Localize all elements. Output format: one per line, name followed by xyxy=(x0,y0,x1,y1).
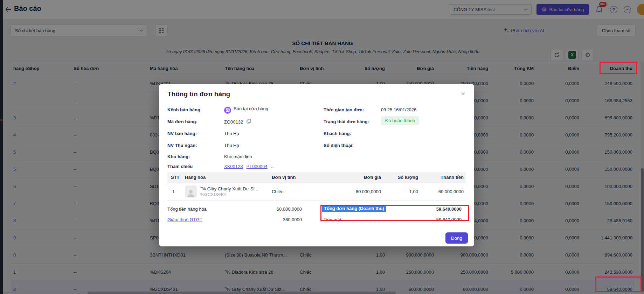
cashier-value: Thu Hạ xyxy=(224,143,239,148)
order-code-label: Mã đơn hàng: xyxy=(167,119,198,124)
item-sku: %GCXDS401 xyxy=(200,192,258,197)
customer-label: Khách hàng: xyxy=(324,131,351,136)
salesperson-label: NV bán hàng: xyxy=(167,131,197,136)
order-status-badge: Đã hoàn thành xyxy=(381,116,419,125)
warehouse-value: Kho mặc định xyxy=(224,154,252,159)
vat-discount-value: 360,0000 xyxy=(247,217,302,222)
reference-link[interactable]: XK00123 xyxy=(224,164,243,169)
item-qty: 1,00 xyxy=(383,189,420,194)
order-items-table: STT Hàng hóa Đơn vị tính Đơn giá Số lượn… xyxy=(167,172,466,201)
order-code-value: ZO00132 xyxy=(224,119,251,125)
item-total: 60.000,0000 xyxy=(420,189,466,194)
item-name: ˜% Giày Charly Xuất Dư Si... xyxy=(200,186,258,191)
item-price: 60.000,0000 xyxy=(328,189,383,194)
reference-links: XK00123PT000064... xyxy=(224,164,278,169)
salesperson-value: Thu Hạ xyxy=(224,131,239,136)
order-info-modal: Thông tin đơn hàng ✕ Kênh bán hàng Bán t… xyxy=(159,84,474,246)
channel-label: Kênh bán hàng xyxy=(167,107,200,112)
created-time-label: Thời gian tạo đơn: xyxy=(324,107,364,112)
modal-title: Thông tin đơn hàng xyxy=(167,90,230,98)
order-item-row: 1 ˜% Giày Charly Xuất Dư Si... %GCXDS401… xyxy=(167,182,466,201)
items-col-unit: Đơn vị tính xyxy=(270,175,328,180)
item-stt: 1 xyxy=(167,189,183,194)
items-col-price: Đơn giá xyxy=(328,175,383,180)
copy-icon[interactable] xyxy=(245,119,251,125)
app-root: Báo cáo CÔNG TY MISA test Bán tại cửa hà… xyxy=(0,0,644,294)
close-icon[interactable]: ✕ xyxy=(459,90,466,97)
annotation-box-revenue-cell xyxy=(595,276,642,292)
cashier-label: NV Thu ngân: xyxy=(167,143,197,148)
vat-discount-link[interactable]: Giảm thuế GTGT xyxy=(167,217,202,222)
reference-label: Tham chiếu xyxy=(167,164,193,169)
items-col-total: Thành tiền xyxy=(420,175,466,180)
store-icon xyxy=(224,107,231,114)
channel-value: Bán tại cửa hàng xyxy=(224,106,268,114)
warehouse-label: Kho hàng: xyxy=(167,154,190,159)
items-header-row: STT Hàng hóa Đơn vị tính Đơn giá Số lượn… xyxy=(167,172,466,182)
created-time-value: 09:25 16/01/2026 xyxy=(381,107,416,112)
reference-link[interactable]: PT000064 xyxy=(247,164,268,169)
item-unit: Chiếc xyxy=(270,189,328,194)
phone-label: Số điện thoại: xyxy=(324,143,354,148)
items-col-product: Hàng hóa xyxy=(183,175,270,180)
items-col-qty: Số lượng xyxy=(383,175,420,180)
reference-more-link[interactable]: ... xyxy=(271,164,275,169)
subtotal-label: Tổng tiền hàng hóa xyxy=(167,206,207,212)
annotation-box-order-total xyxy=(320,205,469,221)
items-col-stt: STT xyxy=(167,175,183,180)
item-product: ˜% Giày Charly Xuất Dư Si... %GCXDS401 xyxy=(183,186,270,197)
close-button[interactable]: Đóng xyxy=(445,232,468,244)
subtotal-value: 60.000,0000 xyxy=(247,206,302,212)
annotation-box-revenue-header xyxy=(600,62,637,74)
product-placeholder-icon xyxy=(185,186,197,197)
order-status-label: Trạng thái đơn hàng: xyxy=(324,119,369,124)
